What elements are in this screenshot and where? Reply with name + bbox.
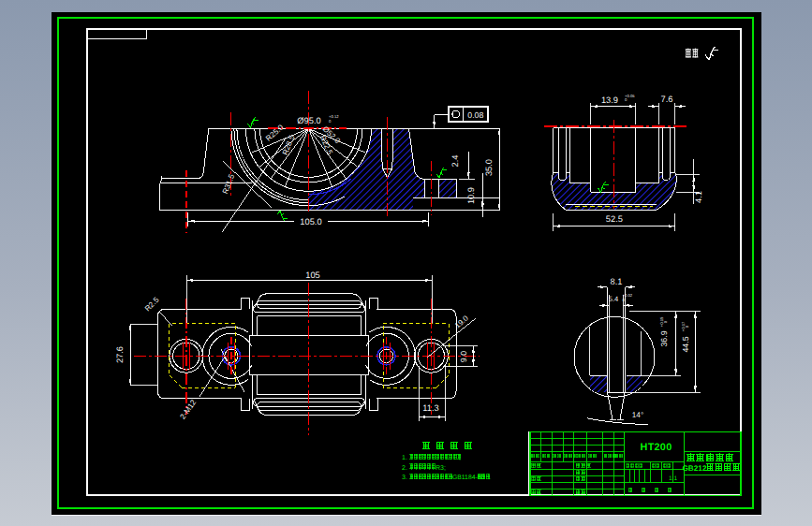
svg-text:0.08: 0.08 xyxy=(467,110,483,120)
svg-text:52.5: 52.5 xyxy=(606,214,623,224)
svg-text:11.3: 11.3 xyxy=(422,403,438,413)
svg-text:105.0: 105.0 xyxy=(300,217,321,226)
svg-text:4.1: 4.1 xyxy=(694,191,703,203)
svg-text:2.: 2. xyxy=(402,465,407,472)
svg-text:14°: 14° xyxy=(632,411,643,419)
svg-text:5.4: 5.4 xyxy=(609,295,619,303)
svg-text:9.0: 9.0 xyxy=(459,351,468,362)
svg-text:27.6: 27.6 xyxy=(115,346,125,363)
svg-text:10.9: 10.9 xyxy=(466,187,476,204)
svg-text:1.: 1. xyxy=(402,455,407,461)
svg-text:1:1: 1:1 xyxy=(669,475,677,482)
svg-text:35.0: 35.0 xyxy=(484,159,494,176)
svg-text:13.9: 13.9 xyxy=(601,95,618,105)
svg-text:Ø95.0: Ø95.0 xyxy=(297,116,320,125)
svg-text:GB212: GB212 xyxy=(683,464,707,473)
svg-text:8.1: 8.1 xyxy=(611,277,623,286)
svg-text:3.: 3. xyxy=(402,475,407,481)
svg-text:7.6: 7.6 xyxy=(661,95,673,104)
svg-text:44.5: 44.5 xyxy=(681,336,690,352)
svg-text:2.4: 2.4 xyxy=(450,155,460,168)
svg-text:HT200: HT200 xyxy=(641,442,672,453)
svg-text:36.9: 36.9 xyxy=(659,330,669,346)
svg-text:.: . xyxy=(489,475,491,481)
svg-text:;: ; xyxy=(459,455,461,461)
svg-text:105: 105 xyxy=(305,270,320,280)
svg-text:R3;: R3; xyxy=(436,465,446,472)
